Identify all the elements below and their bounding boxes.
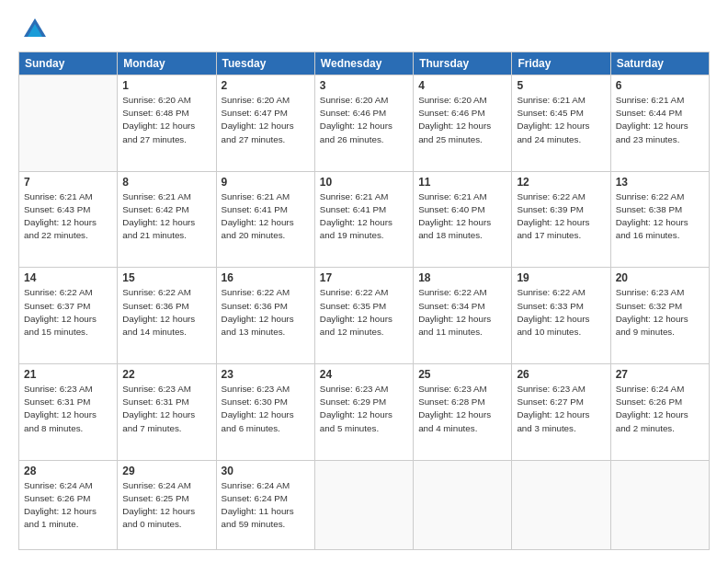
day-cell: 16Sunrise: 6:22 AM Sunset: 6:36 PM Dayli… [216,268,314,364]
day-cell: 7Sunrise: 6:21 AM Sunset: 6:43 PM Daylig… [19,171,118,268]
day-cell: 4Sunrise: 6:20 AM Sunset: 6:46 PM Daylig… [414,75,512,172]
day-info: Sunrise: 6:24 AM Sunset: 6:25 PM Dayligh… [122,479,210,532]
day-number: 1 [122,79,210,92]
day-info: Sunrise: 6:23 AM Sunset: 6:31 PM Dayligh… [24,383,112,435]
day-number: 21 [24,368,112,381]
day-info: Sunrise: 6:21 AM Sunset: 6:42 PM Dayligh… [122,190,210,243]
day-info: Sunrise: 6:22 AM Sunset: 6:35 PM Dayligh… [320,286,408,339]
day-info: Sunrise: 6:24 AM Sunset: 6:24 PM Dayligh… [222,479,310,532]
day-cell: 10Sunrise: 6:21 AM Sunset: 6:41 PM Dayli… [314,171,413,268]
day-cell: 9Sunrise: 6:21 AM Sunset: 6:41 PM Daylig… [216,171,314,268]
day-number: 22 [122,368,210,381]
day-number: 2 [222,79,310,92]
day-number: 15 [122,271,210,284]
day-info: Sunrise: 6:22 AM Sunset: 6:39 PM Dayligh… [517,190,605,243]
day-number: 17 [320,271,408,284]
day-number: 18 [418,271,506,284]
day-cell: 8Sunrise: 6:21 AM Sunset: 6:42 PM Daylig… [118,171,216,268]
weekday-header-monday: Monday [118,52,216,75]
day-info: Sunrise: 6:23 AM Sunset: 6:29 PM Dayligh… [320,383,408,435]
day-info: Sunrise: 6:23 AM Sunset: 6:31 PM Dayligh… [122,383,210,435]
day-info: Sunrise: 6:22 AM Sunset: 6:38 PM Dayligh… [616,190,704,243]
day-cell: 18Sunrise: 6:22 AM Sunset: 6:34 PM Dayli… [414,268,512,364]
weekday-header-row: SundayMondayTuesdayWednesdayThursdayFrid… [19,52,710,75]
weekday-header-saturday: Saturday [610,52,709,75]
day-cell: 19Sunrise: 6:22 AM Sunset: 6:33 PM Dayli… [512,268,610,364]
day-info: Sunrise: 6:24 AM Sunset: 6:26 PM Dayligh… [24,479,112,532]
day-cell: 13Sunrise: 6:22 AM Sunset: 6:38 PM Dayli… [610,171,709,268]
day-cell: 1Sunrise: 6:20 AM Sunset: 6:48 PM Daylig… [118,75,216,172]
day-info: Sunrise: 6:20 AM Sunset: 6:47 PM Dayligh… [222,94,310,146]
day-number: 19 [517,271,605,284]
day-info: Sunrise: 6:21 AM Sunset: 6:44 PM Dayligh… [616,94,704,146]
day-cell: 20Sunrise: 6:23 AM Sunset: 6:32 PM Dayli… [610,268,709,364]
week-row-4: 21Sunrise: 6:23 AM Sunset: 6:31 PM Dayli… [19,364,710,461]
day-cell [314,460,413,549]
day-number: 28 [24,465,112,477]
week-row-1: 1Sunrise: 6:20 AM Sunset: 6:48 PM Daylig… [19,75,710,172]
day-number: 8 [122,176,210,189]
day-cell: 2Sunrise: 6:20 AM Sunset: 6:47 PM Daylig… [216,75,314,172]
day-info: Sunrise: 6:21 AM Sunset: 6:41 PM Dayligh… [320,190,408,243]
day-number: 13 [616,176,704,189]
day-info: Sunrise: 6:22 AM Sunset: 6:36 PM Dayligh… [122,286,210,339]
page: SundayMondayTuesdayWednesdayThursdayFrid… [0,0,728,563]
day-info: Sunrise: 6:21 AM Sunset: 6:45 PM Dayligh… [517,94,605,146]
day-cell: 29Sunrise: 6:24 AM Sunset: 6:25 PM Dayli… [118,460,216,549]
day-info: Sunrise: 6:22 AM Sunset: 6:34 PM Dayligh… [418,286,506,339]
day-info: Sunrise: 6:22 AM Sunset: 6:37 PM Dayligh… [24,286,112,339]
day-info: Sunrise: 6:23 AM Sunset: 6:32 PM Dayligh… [616,286,704,339]
day-cell: 24Sunrise: 6:23 AM Sunset: 6:29 PM Dayli… [314,364,413,461]
day-cell: 22Sunrise: 6:23 AM Sunset: 6:31 PM Dayli… [118,364,216,461]
week-row-5: 28Sunrise: 6:24 AM Sunset: 6:26 PM Dayli… [19,460,710,549]
day-info: Sunrise: 6:20 AM Sunset: 6:46 PM Dayligh… [320,94,408,146]
day-info: Sunrise: 6:22 AM Sunset: 6:36 PM Dayligh… [222,286,310,339]
day-info: Sunrise: 6:23 AM Sunset: 6:27 PM Dayligh… [517,383,605,435]
day-info: Sunrise: 6:20 AM Sunset: 6:46 PM Dayligh… [418,94,506,146]
day-info: Sunrise: 6:23 AM Sunset: 6:30 PM Dayligh… [222,383,310,435]
logo [18,17,48,42]
weekday-header-wednesday: Wednesday [314,52,413,75]
day-number: 9 [222,176,310,189]
day-cell [610,460,709,549]
day-number: 30 [222,465,310,477]
day-number: 6 [616,79,704,92]
weekday-header-sunday: Sunday [19,52,118,75]
day-cell [19,75,118,172]
day-info: Sunrise: 6:23 AM Sunset: 6:28 PM Dayligh… [418,383,506,435]
day-cell: 30Sunrise: 6:24 AM Sunset: 6:24 PM Dayli… [216,460,314,549]
day-number: 26 [517,368,605,381]
day-cell: 15Sunrise: 6:22 AM Sunset: 6:36 PM Dayli… [118,268,216,364]
day-number: 7 [24,176,112,189]
day-info: Sunrise: 6:21 AM Sunset: 6:43 PM Dayligh… [24,190,112,243]
day-cell: 25Sunrise: 6:23 AM Sunset: 6:28 PM Dayli… [414,364,512,461]
day-info: Sunrise: 6:21 AM Sunset: 6:40 PM Dayligh… [418,190,506,243]
day-cell: 14Sunrise: 6:22 AM Sunset: 6:37 PM Dayli… [19,268,118,364]
day-cell: 28Sunrise: 6:24 AM Sunset: 6:26 PM Dayli… [19,460,118,549]
day-number: 12 [517,176,605,189]
day-info: Sunrise: 6:24 AM Sunset: 6:26 PM Dayligh… [616,383,704,435]
weekday-header-tuesday: Tuesday [216,52,314,75]
day-number: 20 [616,271,704,284]
day-number: 14 [24,271,112,284]
day-number: 29 [122,465,210,477]
day-cell: 5Sunrise: 6:21 AM Sunset: 6:45 PM Daylig… [512,75,610,172]
day-number: 3 [320,79,408,92]
day-info: Sunrise: 6:22 AM Sunset: 6:33 PM Dayligh… [517,286,605,339]
day-number: 5 [517,79,605,92]
day-number: 23 [222,368,310,381]
week-row-3: 14Sunrise: 6:22 AM Sunset: 6:37 PM Dayli… [19,268,710,364]
day-number: 27 [616,368,704,381]
logo-icon [22,17,48,42]
day-cell [414,460,512,549]
calendar-table: SundayMondayTuesdayWednesdayThursdayFrid… [18,52,710,550]
day-number: 24 [320,368,408,381]
week-row-2: 7Sunrise: 6:21 AM Sunset: 6:43 PM Daylig… [19,171,710,268]
day-number: 10 [320,176,408,189]
day-cell: 12Sunrise: 6:22 AM Sunset: 6:39 PM Dayli… [512,171,610,268]
day-cell: 21Sunrise: 6:23 AM Sunset: 6:31 PM Dayli… [19,364,118,461]
day-cell [512,460,610,549]
day-cell: 3Sunrise: 6:20 AM Sunset: 6:46 PM Daylig… [314,75,413,172]
day-cell: 6Sunrise: 6:21 AM Sunset: 6:44 PM Daylig… [610,75,709,172]
day-cell: 27Sunrise: 6:24 AM Sunset: 6:26 PM Dayli… [610,364,709,461]
